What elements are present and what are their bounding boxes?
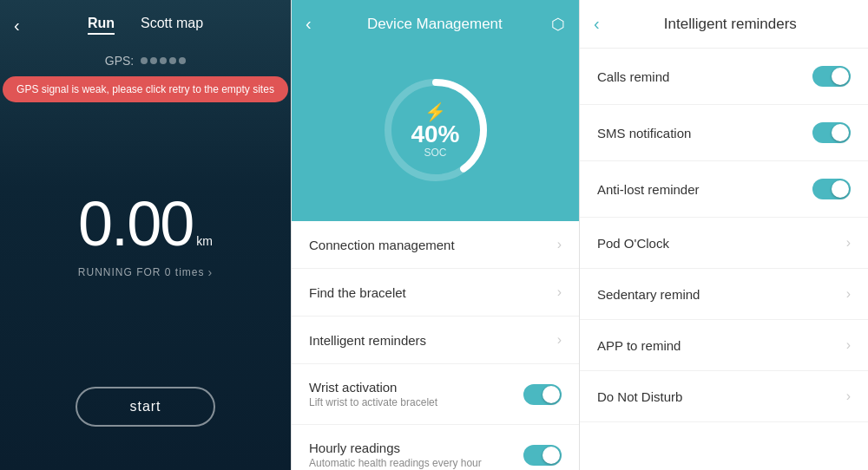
menu-find-label: Find the bracelet bbox=[309, 285, 406, 300]
app-remind-chevron: › bbox=[846, 337, 851, 353]
gps-dot-4 bbox=[169, 57, 176, 64]
anti-lost-label: Anti-lost reminder bbox=[597, 182, 700, 197]
distance-row: 0.00 km bbox=[78, 193, 213, 255]
hourly-readings-label: Hourly readings bbox=[309, 441, 482, 455]
menu-reminders-chevron: › bbox=[557, 332, 562, 348]
pod-clock-label: Pod O'Clock bbox=[597, 236, 669, 251]
reminder-list: Calls remind SMS notification Anti-lost … bbox=[580, 49, 868, 470]
menu-item-hourly-readings[interactable]: Hourly readings Automatic health reading… bbox=[292, 425, 579, 470]
pod-clock-right: › bbox=[846, 235, 851, 251]
hourly-readings-toggle[interactable] bbox=[523, 445, 562, 466]
battery-soc-label: SOC bbox=[411, 147, 459, 159]
wrist-activation-toggle[interactable] bbox=[523, 384, 562, 405]
reminder-item-pod-clock[interactable]: Pod O'Clock › bbox=[580, 218, 868, 269]
reminders-title: Intelligent reminders bbox=[607, 16, 854, 33]
dnd-right: › bbox=[846, 388, 851, 404]
gps-dot-3 bbox=[160, 57, 167, 64]
reminder-item-calls[interactable]: Calls remind bbox=[580, 49, 868, 105]
gps-dot-5 bbox=[179, 57, 186, 64]
sedentary-right: › bbox=[846, 286, 851, 302]
running-info-text: RUNNING FOR 0 times bbox=[78, 266, 205, 278]
menu-find-chevron: › bbox=[557, 284, 562, 300]
calls-remind-toggle[interactable] bbox=[812, 66, 851, 87]
start-button[interactable]: start bbox=[76, 387, 214, 427]
sms-notification-label: SMS notification bbox=[597, 126, 691, 140]
reminders-back-button[interactable]: ‹ bbox=[594, 14, 600, 34]
menu-item-find-bracelet[interactable]: Find the bracelet › bbox=[292, 269, 579, 317]
menu-item-connection[interactable]: Connection management › bbox=[292, 221, 579, 269]
device-panel: ‹ Device Management ⬡ ⚡ 40% SOC Connecti… bbox=[291, 0, 580, 470]
pod-clock-chevron: › bbox=[846, 235, 851, 251]
reminder-item-dnd[interactable]: Do Not Disturb › bbox=[580, 371, 868, 422]
gps-dot-1 bbox=[141, 57, 148, 64]
battery-inner: ⚡ 40% SOC bbox=[411, 101, 459, 159]
reminder-item-app-remind[interactable]: APP to remind › bbox=[580, 320, 868, 371]
menu-item-wrist-activation[interactable]: Wrist activation Lift wrist to activate … bbox=[292, 364, 579, 425]
gps-label: GPS: bbox=[105, 54, 134, 68]
wrist-activation-left: Wrist activation Lift wrist to activate … bbox=[309, 380, 437, 408]
device-menu-list: Connection management › Find the bracele… bbox=[292, 221, 579, 470]
device-back-button[interactable]: ‹ bbox=[306, 14, 312, 34]
gps-dot-2 bbox=[150, 57, 157, 64]
running-info[interactable]: RUNNING FOR 0 times › bbox=[78, 265, 213, 279]
menu-connection-chevron: › bbox=[557, 237, 562, 252]
reminders-panel: ‹ Intelligent reminders Calls remind SMS… bbox=[580, 0, 868, 470]
hourly-readings-left: Hourly readings Automatic health reading… bbox=[309, 441, 482, 469]
menu-connection-label: Connection management bbox=[309, 238, 455, 252]
gps-dots bbox=[141, 57, 186, 64]
sms-notification-toggle[interactable] bbox=[812, 122, 851, 143]
device-title: Device Management bbox=[319, 16, 551, 33]
app-remind-label: APP to remind bbox=[597, 338, 681, 353]
device-header: ‹ Device Management ⬡ bbox=[292, 0, 579, 48]
run-panel: ‹ Run Scott map GPS: GPS signal is weak,… bbox=[0, 0, 291, 470]
battery-bolt-icon: ⚡ bbox=[411, 101, 459, 122]
battery-section: ⚡ 40% SOC bbox=[292, 48, 579, 221]
dnd-chevron: › bbox=[846, 388, 851, 404]
battery-percent: 40% bbox=[411, 122, 459, 147]
sedentary-chevron: › bbox=[846, 286, 851, 302]
hourly-readings-sub: Automatic health readings every hour bbox=[309, 457, 482, 469]
sedentary-remind-label: Sedentary remind bbox=[597, 287, 700, 302]
app-remind-right: › bbox=[846, 337, 851, 353]
tab-scott-map[interactable]: Scott map bbox=[141, 16, 203, 35]
run-header: ‹ Run Scott map bbox=[0, 0, 291, 50]
run-back-button[interactable]: ‹ bbox=[14, 16, 20, 36]
reminder-item-anti-lost[interactable]: Anti-lost reminder bbox=[580, 161, 868, 218]
running-info-chevron: › bbox=[208, 265, 214, 279]
gps-row: GPS: bbox=[105, 54, 186, 68]
wrist-activation-sub: Lift wrist to activate bracelet bbox=[309, 396, 437, 408]
tab-run[interactable]: Run bbox=[88, 16, 115, 35]
reminders-header: ‹ Intelligent reminders bbox=[580, 0, 868, 49]
distance-value: 0.00 bbox=[78, 193, 193, 255]
battery-circle: ⚡ 40% SOC bbox=[379, 74, 492, 186]
reminder-item-sms[interactable]: SMS notification bbox=[580, 105, 868, 161]
run-nav-tabs: Run Scott map bbox=[88, 16, 203, 35]
reminder-item-sedentary[interactable]: Sedentary remind › bbox=[580, 269, 868, 320]
export-icon[interactable]: ⬡ bbox=[551, 15, 565, 34]
menu-item-intelligent-reminders[interactable]: Intelligent reminders › bbox=[292, 317, 579, 364]
wrist-activation-label: Wrist activation bbox=[309, 380, 437, 395]
anti-lost-toggle[interactable] bbox=[812, 179, 851, 199]
menu-reminders-label: Intelligent reminders bbox=[309, 333, 426, 348]
calls-remind-label: Calls remind bbox=[597, 69, 669, 84]
dnd-label: Do Not Disturb bbox=[597, 389, 682, 404]
distance-unit: km bbox=[196, 234, 213, 248]
distance-container: 0.00 km RUNNING FOR 0 times › bbox=[78, 85, 213, 387]
